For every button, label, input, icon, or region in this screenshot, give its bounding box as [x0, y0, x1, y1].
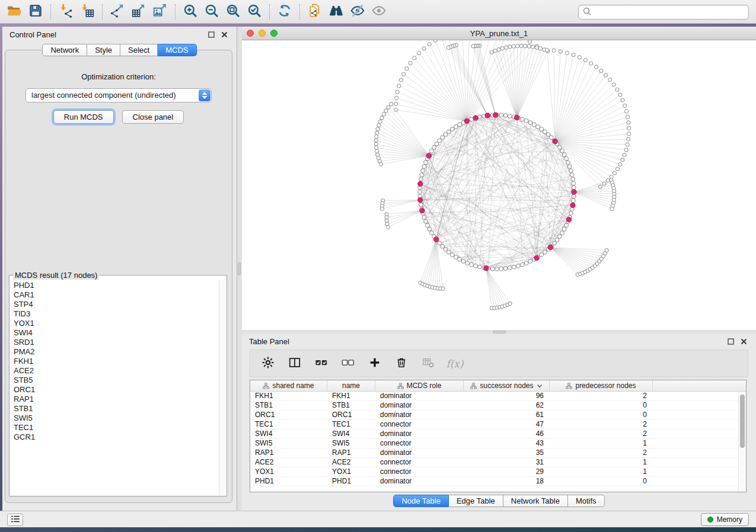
zoom-out-button[interactable]: [201, 2, 222, 21]
run-mcds-button[interactable]: Run MCDS: [53, 110, 114, 124]
column-header-name[interactable]: name: [327, 380, 375, 391]
table-header-row: shared namenameMCDS rolesuccessor nodesp…: [250, 380, 746, 392]
import-table-button[interactable]: [76, 2, 98, 21]
tab-network[interactable]: Network: [42, 44, 87, 56]
memory-button[interactable]: Memory: [701, 513, 749, 526]
refresh-button[interactable]: [274, 2, 295, 21]
close-panel-icon[interactable]: [219, 29, 229, 40]
network-canvas[interactable]: [242, 40, 756, 330]
zoom-fit-button[interactable]: [222, 2, 244, 21]
list-item[interactable]: TID3: [14, 309, 218, 319]
network-title: YPA_prune.txt_1: [242, 29, 756, 38]
float-panel-icon[interactable]: [725, 336, 736, 347]
toolbar-separator: [50, 4, 51, 20]
floppy-disk-icon: [28, 4, 43, 20]
list-item[interactable]: PHD1: [14, 281, 218, 290]
splitter-handle[interactable]: [238, 262, 241, 275]
zoom-selected-button[interactable]: [244, 2, 265, 21]
hide-selected-button[interactable]: [347, 2, 368, 21]
table-row[interactable]: TEC1TEC1connector472: [250, 420, 746, 430]
export-network-icon: [110, 3, 125, 20]
tab-node-table[interactable]: Node Table: [393, 495, 449, 507]
list-item[interactable]: STB1: [14, 404, 218, 414]
task-history-button[interactable]: [7, 514, 23, 526]
open-file-button[interactable]: [4, 2, 25, 21]
float-panel-icon[interactable]: [206, 29, 216, 40]
list-item[interactable]: RAP1: [14, 395, 218, 404]
optimization-criterion-select[interactable]: largest connected component (undirected): [25, 88, 212, 102]
list-item[interactable]: ACE2: [14, 366, 218, 376]
scrollbar-thumb[interactable]: [740, 395, 745, 448]
add-column-button[interactable]: [366, 355, 383, 372]
splitter-handle[interactable]: [493, 331, 506, 334]
table-row[interactable]: PHD1PHD1dominator180: [250, 477, 746, 486]
table-row[interactable]: ORC1ORC1dominator610: [250, 411, 746, 420]
network-titlebar[interactable]: YPA_prune.txt_1: [242, 27, 756, 40]
deselect-all-button[interactable]: [340, 355, 356, 372]
column-header-shared-name[interactable]: shared name: [250, 380, 327, 391]
close-panel-icon[interactable]: [738, 336, 749, 347]
mcds-list-scrollbar[interactable]: [219, 280, 226, 495]
table-body: FKH1FKH1dominator962STB1STB1dominator620…: [250, 392, 746, 486]
tab-style[interactable]: Style: [87, 44, 120, 56]
mcds-result-title: MCDS result (17 nodes): [13, 271, 99, 280]
export-image-button[interactable]: [149, 2, 171, 21]
table-row[interactable]: SWI5SWI5connector431: [250, 439, 746, 448]
search-input[interactable]: [592, 5, 748, 19]
list-item[interactable]: STP4: [14, 300, 218, 309]
list-item[interactable]: TEC1: [14, 423, 218, 432]
table-row[interactable]: STB1STB1dominator620: [250, 401, 746, 411]
tab-network-table[interactable]: Network Table: [503, 495, 568, 507]
vertical-splitter[interactable]: [237, 27, 242, 511]
zoom-fit-icon: [225, 3, 241, 20]
list-item[interactable]: CAR1: [14, 290, 218, 300]
column-header-predecessor-nodes[interactable]: predecessor nodes: [550, 380, 653, 391]
list-item[interactable]: SRD1: [14, 338, 218, 347]
select-all-button[interactable]: [313, 355, 330, 372]
column-header-successor-nodes[interactable]: successor nodes: [464, 380, 550, 391]
show-all-button[interactable]: [368, 2, 390, 21]
control-panel-title: Control Panel: [9, 30, 56, 39]
export-table-button[interactable]: [128, 2, 149, 21]
zoom-in-button[interactable]: [180, 2, 201, 21]
save-session-button[interactable]: [25, 2, 46, 21]
table-row[interactable]: YOX1YOX1connector291: [250, 467, 746, 477]
search-network-button[interactable]: [326, 2, 347, 21]
table-settings-button[interactable]: [260, 355, 276, 372]
table-scrollbar[interactable]: [738, 392, 746, 492]
import-network-button[interactable]: [55, 2, 76, 21]
delete-column-button[interactable]: [393, 355, 410, 372]
tab-mcds[interactable]: MCDS: [158, 44, 196, 56]
list-item[interactable]: FKH1: [14, 357, 218, 366]
close-panel-button[interactable]: Close panel: [122, 110, 184, 124]
list-item[interactable]: PMA2: [14, 347, 218, 357]
list-item[interactable]: SWI4: [14, 328, 218, 338]
list-item[interactable]: STB5: [14, 376, 218, 385]
table-row[interactable]: RAP1RAP1dominator352: [250, 448, 746, 458]
memory-status-icon: [707, 517, 713, 523]
list-item[interactable]: GCR1: [14, 432, 218, 442]
function-builder-button[interactable]: f(x): [446, 355, 463, 372]
zoom-out-icon: [204, 3, 219, 20]
show-columns-button[interactable]: [286, 355, 303, 372]
status-bar: Memory: [0, 511, 756, 527]
list-item[interactable]: ORC1: [14, 385, 218, 395]
list-item[interactable]: YOX1: [14, 319, 218, 328]
table-row[interactable]: ACE2ACE2connector311: [250, 458, 746, 467]
delete-table-button[interactable]: [420, 355, 436, 372]
optimization-criterion-label: Optimization criterion:: [5, 72, 232, 81]
tab-edge-table[interactable]: Edge Table: [449, 495, 503, 507]
tab-select[interactable]: Select: [120, 44, 158, 56]
export-network-button[interactable]: [107, 2, 128, 21]
tab-motifs[interactable]: Motifs: [568, 495, 605, 507]
list-item[interactable]: SWI5: [14, 414, 218, 423]
share-document-button[interactable]: [304, 2, 326, 21]
optimization-criterion-value: largest connected component (undirected): [31, 91, 176, 100]
toolbar-separator: [102, 4, 103, 20]
search-box: [578, 5, 749, 20]
table-row[interactable]: FKH1FKH1dominator962: [250, 392, 746, 401]
column-header-mcds-role[interactable]: MCDS role: [375, 380, 464, 391]
toolbar-separator: [175, 4, 176, 20]
table-row[interactable]: SWI4SWI4dominator462: [250, 430, 746, 439]
column-mapping-icon: [263, 383, 269, 389]
